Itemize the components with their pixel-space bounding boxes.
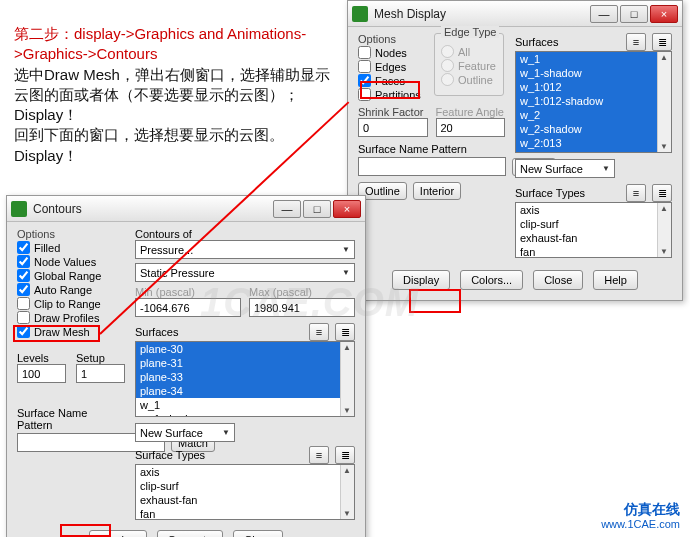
list-item: plane-34 (136, 384, 354, 398)
setup-input[interactable] (76, 364, 125, 383)
surfaces-select-all-icon[interactable]: ≡ (309, 323, 329, 341)
footer-watermark: 仿真在线 www.1CAE.com (601, 501, 680, 531)
app-icon (11, 201, 27, 217)
close-button-bottom[interactable]: Close (533, 270, 583, 290)
minimize-button[interactable]: — (273, 200, 301, 218)
types-deselect-icon[interactable]: ≣ (335, 446, 355, 464)
feature-angle-label: Feature Angle (436, 106, 506, 118)
list-item: w_1-shadow (136, 412, 354, 417)
titlebar[interactable]: Mesh Display — □ × (348, 1, 682, 27)
list-item: w_1 (516, 52, 671, 66)
list-item: w_2:013-shadow (516, 150, 671, 153)
list-item: w_1:012 (516, 80, 671, 94)
minimize-button[interactable]: — (590, 5, 618, 23)
list-item: clip-surf (516, 217, 671, 231)
surface-types-list[interactable]: axis clip-surf exhaust-fan fan (515, 202, 672, 258)
edge-type-label: Edge Type (441, 26, 499, 38)
contours-of-label: Contours of (135, 228, 355, 240)
close-button[interactable]: × (333, 200, 361, 218)
help-button[interactable]: Help (593, 270, 638, 290)
new-surface-dropdown[interactable]: New Surface▼ (135, 423, 235, 442)
maximize-button[interactable]: □ (620, 5, 648, 23)
surface-pattern-input[interactable] (358, 157, 506, 176)
list-item: plane-33 (136, 370, 354, 384)
scrollbar[interactable] (657, 52, 671, 152)
list-item: axis (516, 203, 671, 217)
auto-range-checkbox[interactable]: Auto Range (17, 283, 125, 296)
setup-label: Setup (76, 352, 125, 364)
display-button[interactable]: Display (89, 530, 147, 537)
levels-input[interactable] (17, 364, 66, 383)
global-range-checkbox[interactable]: Global Range (17, 269, 125, 282)
draw-profiles-checkbox[interactable]: Draw Profiles (17, 311, 125, 324)
contours-window: Contours — □ × Options Filled Node Value… (6, 195, 366, 537)
shrink-factor-input[interactable] (358, 118, 428, 137)
list-item: plane-31 (136, 356, 354, 370)
edges-checkbox[interactable]: Edges (358, 60, 428, 73)
options-label: Options (17, 228, 125, 240)
surface-name-pattern-label: Surface Name Pattern (358, 143, 505, 155)
scrollbar[interactable] (657, 203, 671, 257)
scrollbar[interactable] (340, 465, 354, 519)
filled-checkbox[interactable]: Filled (17, 241, 125, 254)
outline-radio[interactable]: Outline (441, 73, 497, 86)
surface-types-label: Surface Types (135, 449, 303, 461)
feature-angle-input[interactable] (436, 118, 506, 137)
new-surface-dropdown[interactable]: New Surface▼ (515, 159, 615, 178)
instruction-text: 第二步：display->Graphics and Animations->Gr… (14, 24, 344, 166)
scrollbar[interactable] (340, 342, 354, 416)
all-radio[interactable]: All (441, 45, 497, 58)
nodes-checkbox[interactable]: Nodes (358, 46, 428, 59)
surfaces-list[interactable]: plane-30 plane-31 plane-33 plane-34 w_1 … (135, 341, 355, 417)
list-item: exhaust-fan (136, 493, 354, 507)
node-values-checkbox[interactable]: Node Values (17, 255, 125, 268)
list-item: clip-surf (136, 479, 354, 493)
levels-label: Levels (17, 352, 66, 364)
compute-button[interactable]: Compute (157, 530, 224, 537)
step-label: 第二步： (14, 25, 74, 42)
types-select-all-icon[interactable]: ≡ (626, 184, 646, 202)
close-button[interactable]: × (650, 5, 678, 23)
surfaces-label: Surfaces (135, 326, 303, 338)
surface-types-label: Surface Types (515, 187, 620, 199)
window-title: Contours (33, 202, 271, 216)
surfaces-list[interactable]: w_1 w_1-shadow w_1:012 w_1:012-shadow w_… (515, 51, 672, 153)
partitions-checkbox[interactable]: Partitions (358, 88, 428, 101)
list-item: plane-30 (136, 342, 354, 356)
close-button-bottom[interactable]: Close (233, 530, 283, 537)
surfaces-deselect-icon[interactable]: ≣ (335, 323, 355, 341)
app-icon (352, 6, 368, 22)
surfaces-deselect-icon[interactable]: ≣ (652, 33, 672, 51)
list-item: fan (136, 507, 354, 520)
watermark-big: 1CAE.COM (200, 280, 419, 325)
surface-types-list[interactable]: axis clip-surf exhaust-fan fan (135, 464, 355, 520)
clip-to-range-checkbox[interactable]: Clip to Range (17, 297, 125, 310)
maximize-button[interactable]: □ (303, 200, 331, 218)
list-item: axis (136, 465, 354, 479)
types-deselect-icon[interactable]: ≣ (652, 184, 672, 202)
draw-mesh-checkbox[interactable]: Draw Mesh (17, 325, 125, 338)
list-item: w_1-shadow (516, 66, 671, 80)
list-item: w_1 (136, 398, 354, 412)
surface-name-pattern-label: Surface Name Pattern (17, 407, 125, 431)
types-select-all-icon[interactable]: ≡ (309, 446, 329, 464)
contours-of-select[interactable]: Pressure...▼ (135, 240, 355, 259)
surfaces-label: Surfaces (515, 36, 620, 48)
list-item: w_2:013 (516, 136, 671, 150)
list-item: w_2-shadow (516, 122, 671, 136)
list-item: w_2 (516, 108, 671, 122)
faces-checkbox[interactable]: Faces (358, 74, 428, 87)
list-item: fan (516, 245, 671, 258)
list-item: w_1:012-shadow (516, 94, 671, 108)
feature-radio[interactable]: Feature (441, 59, 497, 72)
colors-button[interactable]: Colors... (460, 270, 523, 290)
options-label: Options (358, 33, 428, 45)
shrink-factor-label: Shrink Factor (358, 106, 428, 118)
surfaces-select-all-icon[interactable]: ≡ (626, 33, 646, 51)
window-title: Mesh Display (374, 7, 588, 21)
interior-button[interactable]: Interior (413, 182, 461, 200)
mesh-display-window: Mesh Display — □ × Options Nodes Edges F… (347, 0, 683, 301)
list-item: exhaust-fan (516, 231, 671, 245)
titlebar[interactable]: Contours — □ × (7, 196, 365, 222)
